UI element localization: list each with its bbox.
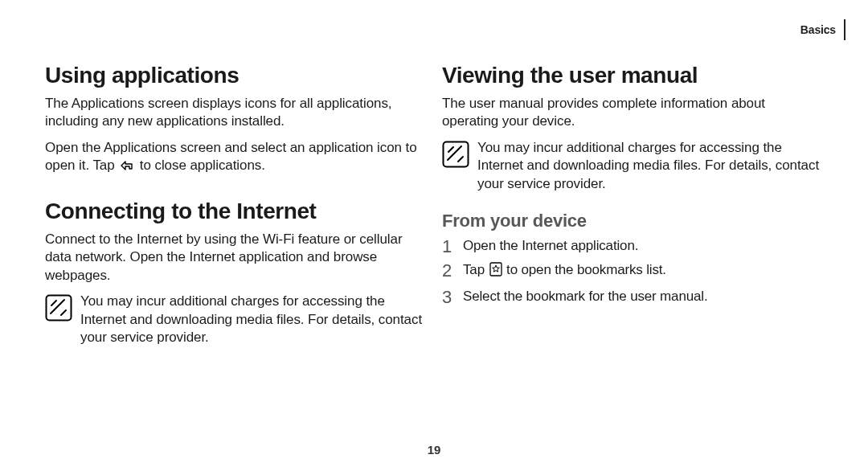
list-item: Tap to open the bookmarks list. [442,260,823,282]
heading-viewing-manual: Viewing the user manual [442,63,823,88]
list-item: Select the bookmark for the user manual. [442,287,823,306]
note-text: You may incur additional charges for acc… [477,139,823,193]
note-block: You may incur additional charges for acc… [45,293,426,346]
text-after-icon: to close applications. [140,158,265,173]
note-text: You may incur additional charges for acc… [80,293,426,346]
vertical-divider [844,19,845,40]
svg-rect-1 [444,141,469,166]
page-number: 19 [0,443,868,457]
paragraph-with-icon: Open the Applications screen and select … [45,139,426,178]
heading-connecting-internet: Connecting to the Internet [45,199,426,224]
step-text-after: to open the bookmarks list. [506,262,666,277]
left-column: Using applications The Applications scre… [45,63,426,346]
paragraph: The user manual provides complete inform… [442,95,823,131]
list-item: Open the Internet application. [442,236,823,256]
svg-rect-0 [47,296,72,321]
paragraph: Connect to the Internet by using the Wi-… [45,231,426,285]
heading-using-applications: Using applications [45,63,426,88]
back-icon [119,159,135,177]
step-list: Open the Internet application. Tap to op… [442,236,823,305]
step-text: Select the bookmark for the user manual. [463,289,707,304]
paragraph: The Applications screen displays icons f… [45,95,426,131]
page-body: Using applications The Applications scre… [0,0,868,346]
subheading-from-device: From your device [442,211,823,231]
note-icon [442,141,469,171]
bookmark-star-icon [489,262,502,282]
right-column: Viewing the user manual The user manual … [442,63,823,346]
chapter-label: Basics [800,23,836,36]
step-text: Open the Internet application. [463,238,638,253]
chapter-header: Basics [800,19,845,40]
note-icon [45,294,72,325]
note-block: You may incur additional charges for acc… [442,139,823,193]
step-text-before: Tap [463,262,489,277]
